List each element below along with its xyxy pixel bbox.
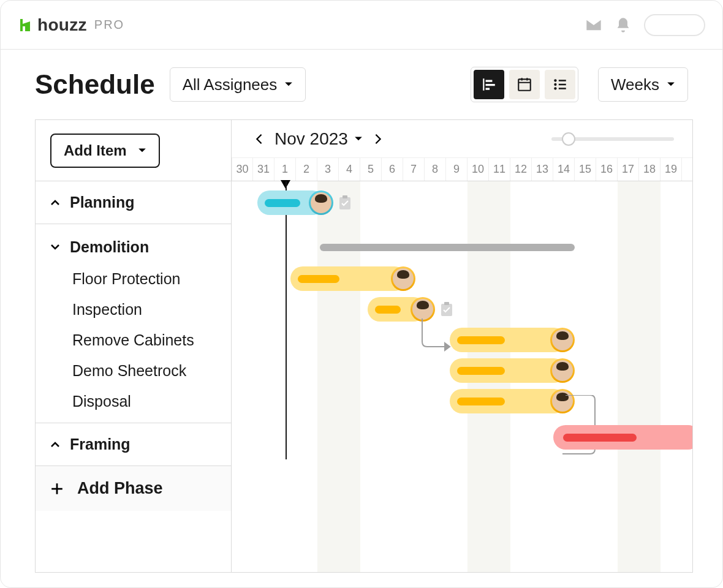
bar-framing[interactable] xyxy=(553,425,692,450)
period-label: Weeks xyxy=(611,75,659,94)
day-cell: 2 xyxy=(296,158,317,181)
gantt-row-demo-sheetrock xyxy=(232,355,692,386)
gantt-body xyxy=(232,181,692,459)
gantt-row-framing xyxy=(232,417,692,459)
day-cell: 11 xyxy=(489,158,510,181)
bell-icon[interactable] xyxy=(615,17,632,34)
app-window: houzz PRO Schedule All Assignees xyxy=(0,0,723,588)
bar-demolition-summary[interactable] xyxy=(320,244,575,251)
bar-floor-protection[interactable] xyxy=(290,266,407,291)
day-cell: 9 xyxy=(446,158,467,181)
assignee-filter-label: All Assignees xyxy=(183,75,278,94)
bar-progress xyxy=(457,336,505,344)
bar-remove-cabinets[interactable] xyxy=(450,328,566,352)
gantt-row-disposal xyxy=(232,386,692,417)
task-row-disposal[interactable]: Disposal xyxy=(36,386,231,417)
days-row: 303112345678910111213141516171819 xyxy=(232,157,692,181)
zoom-slider[interactable] xyxy=(551,135,674,143)
toolbar: Schedule All Assignees Weeks xyxy=(1,50,722,119)
schedule-content: Add Item Planning Demolition Floor Prote… xyxy=(35,119,693,573)
clipboard-check-icon[interactable] xyxy=(338,195,352,210)
bar-progress xyxy=(298,275,339,283)
bar-progress xyxy=(457,398,505,405)
caret-down-icon xyxy=(354,135,363,143)
view-gantt-button[interactable] xyxy=(474,70,504,99)
task-row-inspection[interactable]: Inspection xyxy=(36,294,231,325)
day-cell: 10 xyxy=(467,158,489,181)
add-phase-button[interactable]: Add Phase xyxy=(36,466,231,511)
brand-suffix: PRO xyxy=(94,18,124,32)
view-switch xyxy=(471,67,578,102)
gantt-row-planning xyxy=(232,181,692,224)
svg-point-2 xyxy=(554,83,556,86)
day-cell: 31 xyxy=(253,158,274,181)
brand: houzz PRO xyxy=(18,15,124,35)
assignee-filter-dropdown[interactable]: All Assignees xyxy=(170,67,306,102)
assignee-avatar[interactable] xyxy=(550,358,575,383)
assignee-avatar[interactable] xyxy=(309,190,333,215)
bar-progress xyxy=(265,199,300,207)
phase-row-demolition[interactable]: Demolition xyxy=(36,224,231,263)
assignee-avatar[interactable] xyxy=(550,328,575,352)
day-cell: 19 xyxy=(661,158,682,181)
phase-group-demolition: Demolition Floor Protection Inspection R… xyxy=(36,224,231,423)
zoom-handle[interactable] xyxy=(562,132,575,146)
add-phase-label: Add Phase xyxy=(77,479,163,498)
phase-label: Demolition xyxy=(70,238,149,256)
task-row-remove-cabinets[interactable]: Remove Cabinets xyxy=(36,325,231,355)
next-month-button[interactable] xyxy=(373,134,384,145)
mail-icon[interactable] xyxy=(585,17,602,34)
task-sidebar: Add Item Planning Demolition Floor Prote… xyxy=(36,120,232,572)
month-picker[interactable]: Nov 2023 xyxy=(274,129,363,149)
day-cell: 4 xyxy=(339,158,360,181)
bar-demo-sheetrock[interactable] xyxy=(450,358,566,383)
task-row-demo-sheetrock[interactable]: Demo Sheetrock xyxy=(36,355,231,386)
month-label-text: Nov 2023 xyxy=(274,129,348,149)
phase-label: Framing xyxy=(70,435,131,453)
timeline-header: Nov 2023 3031123456789101112131415161718… xyxy=(232,120,692,181)
caret-down-icon xyxy=(667,80,675,89)
view-list-button[interactable] xyxy=(545,70,575,99)
phase-row-planning[interactable]: Planning xyxy=(36,181,231,224)
profile-pill[interactable] xyxy=(644,14,705,36)
svg-point-3 xyxy=(554,87,556,89)
bar-disposal[interactable] xyxy=(450,389,566,413)
day-cell: 30 xyxy=(232,158,253,181)
phase-row-framing[interactable]: Framing xyxy=(36,423,231,466)
assignee-avatar[interactable] xyxy=(391,266,415,291)
day-cell: 16 xyxy=(596,158,618,181)
page-title: Schedule xyxy=(35,69,155,100)
phase-label: Planning xyxy=(70,194,135,211)
bar-progress xyxy=(375,306,401,314)
assignee-avatar[interactable] xyxy=(411,297,435,322)
bar-progress xyxy=(457,367,505,375)
day-cell: 6 xyxy=(382,158,403,181)
view-calendar-button[interactable] xyxy=(509,70,540,99)
task-row-floor-protection[interactable]: Floor Protection xyxy=(36,263,231,294)
task-label: Disposal xyxy=(72,393,131,410)
task-label: Remove Cabinets xyxy=(72,331,194,349)
clipboard-check-icon[interactable] xyxy=(440,302,453,317)
gantt-row-floor-protection xyxy=(232,263,692,294)
task-label: Floor Protection xyxy=(72,270,180,288)
brand-name: houzz xyxy=(37,15,87,35)
gantt-row-demolition-summary xyxy=(232,224,692,263)
day-cell: 13 xyxy=(532,158,553,181)
day-cell: 8 xyxy=(425,158,446,181)
houzz-logo-icon xyxy=(18,18,32,32)
top-bar: houzz PRO xyxy=(1,1,722,50)
bar-progress xyxy=(563,434,637,442)
period-dropdown[interactable]: Weeks xyxy=(598,67,688,102)
prev-month-button[interactable] xyxy=(254,134,265,145)
sidebar-header: Add Item xyxy=(36,120,231,181)
svg-rect-7 xyxy=(444,302,449,305)
chevron-down-icon xyxy=(49,241,61,253)
add-item-button[interactable]: Add Item xyxy=(50,134,160,168)
day-cell: 3 xyxy=(317,158,339,181)
day-cell: 17 xyxy=(618,158,639,181)
svg-point-1 xyxy=(554,79,556,81)
svg-rect-5 xyxy=(343,195,347,198)
chevron-up-icon xyxy=(49,439,61,451)
task-label: Demo Sheetrock xyxy=(72,362,186,380)
gantt-row-remove-cabinets xyxy=(232,325,692,355)
